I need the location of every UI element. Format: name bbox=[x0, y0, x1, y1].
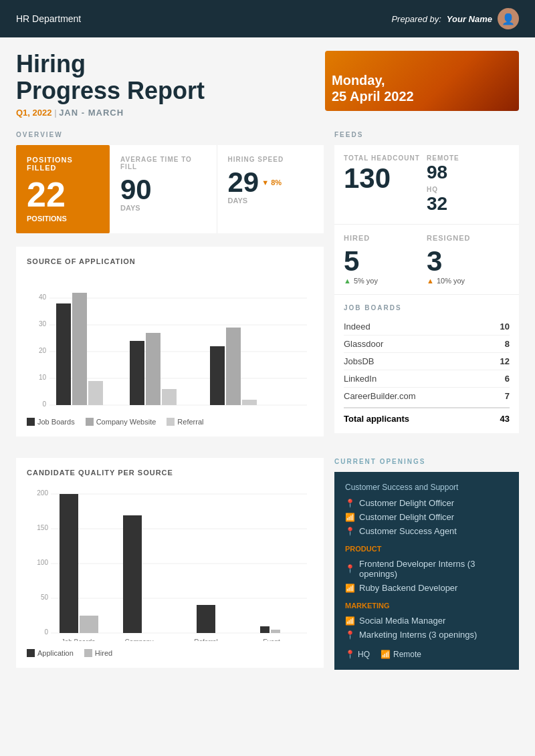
source-chart-title: SOURCE OF APPLICATION bbox=[27, 257, 313, 265]
avatar: 👤 bbox=[498, 8, 519, 29]
opening-smm: 📶 Social Media Manager bbox=[345, 614, 508, 628]
march-jobboards-bar bbox=[210, 346, 225, 405]
cw-app-bar bbox=[123, 515, 142, 633]
legend-referral: Referral bbox=[167, 418, 203, 426]
job-boards-list: Indeed 10 Glassdoor 8 JobsDB 12 Linked bbox=[344, 318, 510, 404]
legend-app-label: Application bbox=[37, 649, 74, 657]
feeds-panel: TOTAL HEADCOUNT 130 REMOTE 98 HQ 32 bbox=[334, 145, 519, 433]
location-icon-2: 📍 bbox=[345, 527, 355, 536]
jb-careerbuilder-count: 7 bbox=[505, 391, 510, 401]
svg-text:Referral: Referral bbox=[194, 638, 218, 641]
report-title: Hiring Progress Report bbox=[16, 51, 205, 104]
remote-number: 98 bbox=[427, 162, 510, 183]
legend-remote-label: Remote bbox=[393, 650, 421, 659]
current-openings-section-label: CURRENT OPENINGS bbox=[334, 458, 519, 465]
hiring-speed-label: HIRING SPEED bbox=[228, 156, 314, 163]
opening-cdo-1-title: Customer Delight Officer bbox=[359, 498, 454, 508]
svg-text:100: 100 bbox=[37, 559, 48, 566]
legend-referral-color bbox=[167, 418, 175, 426]
report-image-text: Monday, 25 April 2022 bbox=[332, 72, 414, 104]
header-title: HR Department bbox=[16, 13, 81, 24]
opening-cdo-2-title: Customer Delight Officer bbox=[359, 512, 454, 522]
positions-number: 22 bbox=[27, 177, 99, 212]
hq-number: 32 bbox=[427, 193, 510, 215]
hired-trend-icon: ▲ bbox=[344, 277, 351, 285]
location-icon-1: 📍 bbox=[345, 499, 355, 508]
opening-csa: 📍 Customer Success Agent bbox=[345, 524, 508, 538]
hiring-speed-number: 29 bbox=[228, 168, 259, 197]
source-bar-chart: 0 10 20 30 40 bbox=[27, 276, 313, 412]
wifi-icon-2: 📶 bbox=[345, 584, 355, 593]
legend-jobboards-color bbox=[27, 418, 35, 426]
svg-text:30: 30 bbox=[39, 320, 47, 328]
svg-text:0: 0 bbox=[44, 628, 48, 636]
jan-jobboards-bar bbox=[56, 303, 71, 405]
jb-indeed: Indeed 10 bbox=[344, 318, 510, 336]
headcount-section: TOTAL HEADCOUNT 130 REMOTE 98 HQ 32 bbox=[334, 145, 519, 225]
category-customer-success: Customer Success and Support 📍 Customer … bbox=[345, 483, 508, 538]
bottom-two-col: CANDIDATE QUALITY PER SOURCE 0 50 100 15… bbox=[16, 458, 519, 678]
legend-jobboards: Job Boards bbox=[27, 418, 75, 426]
legend-hq: 📍 HQ bbox=[345, 650, 370, 659]
opening-fdi: 📍 Frontend Developer Interns (3 openings… bbox=[345, 557, 508, 581]
hired-item: HIRED 5 ▲ 5% yoy bbox=[344, 234, 427, 285]
main-two-col: OVERVIEW POSITIONS FILLED 22 POSITIONS A… bbox=[16, 131, 519, 447]
cat-label-product: PRODUCT bbox=[345, 545, 508, 553]
candidate-quality-col: CANDIDATE QUALITY PER SOURCE 0 50 100 15… bbox=[16, 458, 324, 678]
remote-hq-item: REMOTE 98 HQ 32 bbox=[427, 154, 510, 215]
source-chart-legend: Job Boards Company Website Referral bbox=[27, 418, 313, 426]
svg-text:10: 10 bbox=[39, 374, 47, 381]
opening-smm-title: Social Media Manager bbox=[359, 616, 445, 626]
hq-label: HQ bbox=[427, 186, 510, 193]
hiring-speed-value: 29 ▼ 8% bbox=[228, 168, 314, 197]
svg-text:150: 150 bbox=[37, 524, 48, 531]
candidate-quality-container: CANDIDATE QUALITY PER SOURCE 0 50 100 15… bbox=[16, 458, 324, 668]
hired-trend-value: 5% yoy bbox=[354, 277, 378, 285]
positions-filled-card: POSITIONS FILLED 22 POSITIONS bbox=[16, 145, 110, 233]
jan-referral-bar bbox=[88, 381, 103, 405]
job-boards-total: Total applicants 43 bbox=[344, 407, 510, 424]
avg-time-label: AVERAGE TIME TO FILL bbox=[120, 156, 206, 170]
jb-glassdoor: Glassdoor 8 bbox=[344, 336, 510, 353]
positions-sub: POSITIONS bbox=[27, 215, 99, 223]
opening-mi: 📍 Marketing Interns (3 openings) bbox=[345, 628, 508, 642]
jb-linkedin-count: 6 bbox=[505, 374, 510, 384]
total-label: Total applicants bbox=[344, 414, 409, 424]
hiring-speed-card: HIRING SPEED 29 ▼ 8% DAYS bbox=[217, 145, 324, 233]
opening-csa-title: Customer Success Agent bbox=[359, 526, 457, 536]
report-image: Monday, 25 April 2022 bbox=[325, 51, 519, 111]
wifi-icon-3: 📶 bbox=[345, 616, 355, 626]
legend-company: Company Website bbox=[86, 418, 156, 426]
feb-company-bar bbox=[146, 333, 160, 405]
report-title-block: Hiring Progress Report Q1, 2022 | JAN - … bbox=[16, 51, 205, 118]
resigned-label: RESIGNED bbox=[427, 234, 510, 242]
prepared-label: Prepared by: bbox=[391, 14, 441, 24]
hired-number: 5 bbox=[344, 247, 427, 275]
legend-company-color bbox=[86, 418, 94, 426]
legend-company-label: Company Website bbox=[96, 418, 156, 426]
resigned-trend: ▲ 10% yoy bbox=[427, 277, 510, 285]
jb-glassdoor-name: Glassdoor bbox=[344, 339, 383, 349]
legend-hq-label: HQ bbox=[358, 650, 370, 659]
total-headcount-number: 130 bbox=[344, 164, 427, 193]
hired-resigned-section: HIRED 5 ▲ 5% yoy RESIGNED 3 ▲ bbox=[334, 225, 519, 295]
legend-hq-icon: 📍 bbox=[345, 650, 355, 659]
jb-careerbuilder-name: CareerBuilder.com bbox=[344, 391, 416, 401]
cat-label-marketing: MARKETING bbox=[345, 602, 508, 610]
quality-chart-legend: Application Hired bbox=[27, 649, 313, 657]
total-headcount-label: TOTAL HEADCOUNT bbox=[344, 154, 427, 162]
current-openings-col: CURRENT OPENINGS Customer Success and Su… bbox=[334, 458, 519, 678]
jb-jobsdb-count: 12 bbox=[500, 356, 510, 366]
avg-time-number: 90 bbox=[120, 176, 206, 204]
jb-jobsdb: JobsDB 12 bbox=[344, 353, 510, 370]
svg-text:Company: Company bbox=[125, 638, 154, 641]
legend-referral-label: Referral bbox=[177, 418, 203, 426]
svg-text:50: 50 bbox=[41, 594, 49, 601]
candidate-quality-chart: 0 50 100 150 200 bbox=[27, 487, 313, 644]
author-name: Your Name bbox=[447, 14, 492, 24]
quarter-label: Q1, 2022 bbox=[16, 108, 52, 118]
period-label: JAN - MARCH bbox=[59, 108, 124, 118]
opening-fdi-title: Frontend Developer Interns (3 openings) bbox=[359, 559, 508, 579]
jb-glassdoor-count: 8 bbox=[505, 339, 510, 349]
headcount-grid: TOTAL HEADCOUNT 130 REMOTE 98 HQ 32 bbox=[344, 154, 510, 215]
